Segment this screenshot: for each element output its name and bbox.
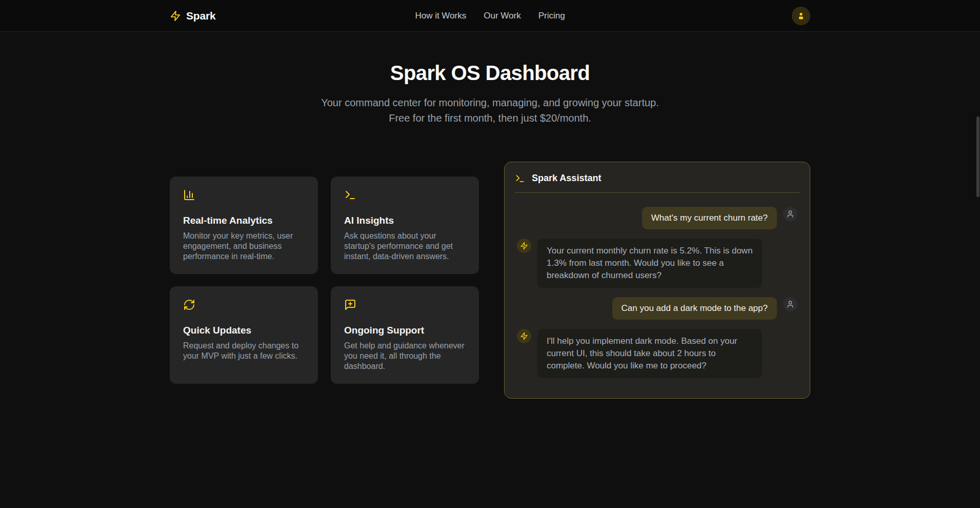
chat-messages: What's my current churn rate? Your curre… — [505, 193, 810, 392]
brand-name: Spark — [186, 10, 215, 22]
feature-title: Ongoing Support — [344, 325, 466, 336]
feature-title: AI Insights — [344, 215, 466, 226]
zap-icon — [170, 10, 181, 22]
feature-description: Monitor your key metrics, user engagemen… — [183, 231, 305, 262]
assistant-avatar — [517, 329, 531, 343]
message-square-plus-icon — [344, 299, 356, 311]
feature-card-ongoing-support: Ongoing Support Get help and guidance wh… — [331, 286, 479, 384]
assistant-avatar — [517, 239, 531, 253]
zap-icon — [520, 242, 528, 250]
feature-description: Ask questions about your startup's perfo… — [344, 231, 466, 262]
page-scrollbar-thumb[interactable] — [976, 116, 979, 197]
feature-card-realtime-analytics: Real-time Analytics Monitor your key met… — [170, 177, 318, 274]
top-nav: Spark How it Works Our Work Pricing — [0, 0, 980, 32]
feature-title: Real-time Analytics — [183, 215, 305, 226]
assistant-panel-title: Spark Assistant — [532, 173, 601, 184]
features-grid: Real-time Analytics Monitor your key met… — [170, 177, 479, 384]
assistant-message-bubble: I'll help you implement dark mode. Based… — [537, 329, 762, 378]
chat-message-user: What's my current churn rate? — [517, 207, 797, 229]
page-subtitle: Your command center for monitoring, mana… — [313, 95, 667, 126]
hero-section: Spark OS Dashboard Your command center f… — [0, 32, 980, 126]
spark-assistant-panel: Spark Assistant What's my current churn … — [504, 162, 810, 399]
nav-links: How it Works Our Work Pricing — [415, 0, 565, 31]
user-message-bubble: What's my current churn rate? — [642, 207, 777, 229]
profile-avatar-button[interactable] — [792, 7, 810, 25]
assistant-message-bubble: Your current monthly churn rate is 5.2%.… — [537, 239, 762, 288]
chart-column-icon — [183, 189, 195, 201]
assistant-panel-header: Spark Assistant — [505, 162, 810, 192]
user-icon — [796, 11, 806, 21]
terminal-icon — [344, 189, 356, 201]
main-content: Real-time Analytics Monitor your key met… — [170, 162, 810, 399]
nav-inner: Spark How it Works Our Work Pricing — [170, 0, 810, 31]
user-avatar — [783, 297, 797, 311]
nav-link-our-work[interactable]: Our Work — [484, 11, 521, 21]
nav-link-pricing[interactable]: Pricing — [538, 11, 565, 21]
user-message-bubble: Can you add a dark mode to the app? — [612, 297, 777, 320]
nav-link-how-it-works[interactable]: How it Works — [415, 11, 466, 21]
chat-message-assistant: I'll help you implement dark mode. Based… — [517, 329, 797, 378]
zap-icon — [520, 332, 528, 340]
feature-description: Request and deploy changes to your MVP w… — [183, 341, 305, 361]
chat-message-user: Can you add a dark mode to the app? — [517, 297, 797, 320]
feature-title: Quick Updates — [183, 325, 305, 336]
chat-message-assistant: Your current monthly churn rate is 5.2%.… — [517, 239, 797, 288]
user-icon — [786, 300, 794, 308]
brand-logo[interactable]: Spark — [170, 10, 215, 22]
page: Spark How it Works Our Work Pricing Spar… — [0, 0, 980, 508]
feature-card-quick-updates: Quick Updates Request and deploy changes… — [170, 286, 318, 384]
feature-card-ai-insights: AI Insights Ask questions about your sta… — [331, 177, 479, 274]
feature-description: Get help and guidance whenever you need … — [344, 341, 466, 372]
page-title: Spark OS Dashboard — [0, 62, 980, 85]
user-avatar — [783, 207, 797, 221]
terminal-icon — [515, 173, 525, 184]
refresh-icon — [183, 299, 195, 311]
user-icon — [786, 210, 794, 218]
